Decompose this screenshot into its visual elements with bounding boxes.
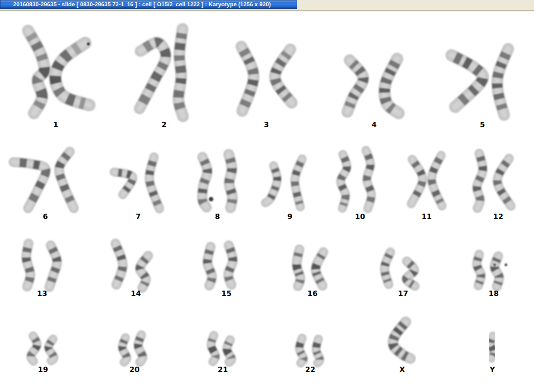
chromosome-label-5: 5 [480,120,485,129]
chromosome-group-10 [341,150,371,209]
chromosome-group-8 [202,154,232,208]
chromosome-21-right[interactable] [227,340,231,362]
chromosome-14-left[interactable] [115,244,123,285]
chromosome-15-right[interactable] [228,245,233,285]
chromosome-8-left[interactable] [202,157,207,207]
chromosome-20-right[interactable] [138,335,143,362]
chromosome-label-21: 21 [218,365,228,374]
chromosome-1-right[interactable] [55,43,89,105]
chromosome-8-right[interactable] [229,154,232,208]
chromosome-group-11 [411,155,442,206]
debris-dot [87,43,90,46]
chromosome-label-1: 1 [53,120,58,129]
chromosome-17-left[interactable] [385,252,390,284]
chromosome-22-left[interactable] [299,338,303,363]
chromosome-10-right[interactable] [366,150,371,209]
chromosome-7-left[interactable] [114,172,133,195]
chromosome-label-8: 8 [215,212,220,221]
chromosome-group-22 [299,338,320,363]
chromosome-1-left[interactable] [28,31,44,113]
chromosome-group-15 [207,245,233,286]
chromosome-15-left[interactable] [207,247,212,286]
chromosome-11-right[interactable] [432,155,442,206]
chromosome-group-9 [265,159,302,207]
chromosome-17-right[interactable] [406,261,415,286]
chromosome-Y-single[interactable] [491,336,494,359]
karyotype-canvas: 12345678910111213141516171819202122XY [0,0,534,392]
chromosome-label-7: 7 [135,212,140,221]
chromosome-group-17 [385,252,415,286]
chromosome-3-right[interactable] [275,49,292,103]
chromosome-group-2 [140,29,183,116]
karyotype-window: 12345678910111213141516171819202122XY 20… [0,0,534,392]
chromosome-18-right[interactable] [495,256,499,287]
chromosome-9-left[interactable] [265,166,277,203]
chromosome-12-right[interactable] [497,158,511,206]
chromosome-19-right[interactable] [48,339,54,361]
chromosome-3-left[interactable] [241,47,254,111]
chromosome-label-14: 14 [131,289,141,298]
chromosome-16-left[interactable] [297,249,300,286]
title-bar-active-segment[interactable]: 20160830-29635 - slide [ 0830-29635 72-1… [0,0,297,9]
chromosome-group-1 [28,31,90,113]
chromosome-label-4: 4 [371,120,376,129]
chromosome-label-18: 18 [489,289,499,298]
chromosome-16-right[interactable] [316,252,323,286]
chromosome-group-19 [31,336,54,361]
chromosome-group-12 [477,153,511,208]
chromosome-18-left[interactable] [477,254,481,286]
chromosome-group-X [393,322,410,359]
chromosome-label-6: 6 [43,212,48,221]
chromosome-label-9: 9 [287,212,292,221]
chromosome-group-20 [122,335,143,362]
chromosome-7-right[interactable] [149,157,159,209]
chromosome-label-16: 16 [308,289,318,298]
chromosome-label-X: X [399,365,405,374]
debris-dot [505,263,507,266]
chromosome-22-right[interactable] [316,339,320,363]
window-title: 20160830-29635 - slide [ 0830-29635 72-1… [0,1,271,8]
chromosome-label-13: 13 [37,289,47,298]
chromosome-group-21 [211,335,231,362]
chromosome-11-left[interactable] [411,159,423,204]
chromosome-label-2: 2 [161,120,166,129]
chromosome-group-14 [115,244,148,288]
chromosome-6-right[interactable] [59,152,74,208]
chromosome-group-7 [114,157,159,209]
chromosome-group-5 [452,49,508,115]
chromosome-X-single[interactable] [393,322,410,359]
chromosome-4-right[interactable] [385,59,399,113]
debris-dot [209,197,213,201]
chromosome-group-4 [347,59,399,113]
chromosome-2-right[interactable] [178,29,183,116]
chromosome-5-right[interactable] [497,49,508,115]
chromosome-13-left[interactable] [26,244,30,287]
chromosome-label-20: 20 [130,365,140,374]
chromosome-label-3: 3 [264,120,269,129]
chromosome-label-22: 22 [305,365,315,374]
chromosome-group-16 [297,249,323,286]
chromosome-13-right[interactable] [49,245,57,287]
chromosome-label-15: 15 [221,289,231,298]
chromosome-6-left[interactable] [14,162,46,208]
chromosome-14-right[interactable] [140,256,148,288]
chromosome-12-left[interactable] [477,153,483,208]
chromosome-9-right[interactable] [295,159,302,207]
debris-dot [493,263,496,266]
chromosome-group-18 [477,254,507,287]
chromosome-group-13 [26,244,57,287]
chromosome-group-3 [241,47,292,111]
chromosome-19-left[interactable] [31,336,37,361]
title-bar: 20160830-29635 - slide [ 0830-29635 72-1… [0,0,534,11]
chromosome-2-left[interactable] [140,43,166,109]
chromosome-group-6 [14,152,74,208]
chromosome-label-Y: Y [489,365,495,374]
chromosome-5-left[interactable] [452,55,483,107]
chromosome-label-17: 17 [398,289,408,298]
chromosome-20-left[interactable] [122,338,127,362]
chromosome-10-left[interactable] [341,154,347,208]
chromosome-label-11: 11 [422,212,432,221]
chromosome-21-left[interactable] [211,335,216,362]
chromosome-4-left[interactable] [347,60,363,112]
chromosome-label-19: 19 [38,365,48,374]
